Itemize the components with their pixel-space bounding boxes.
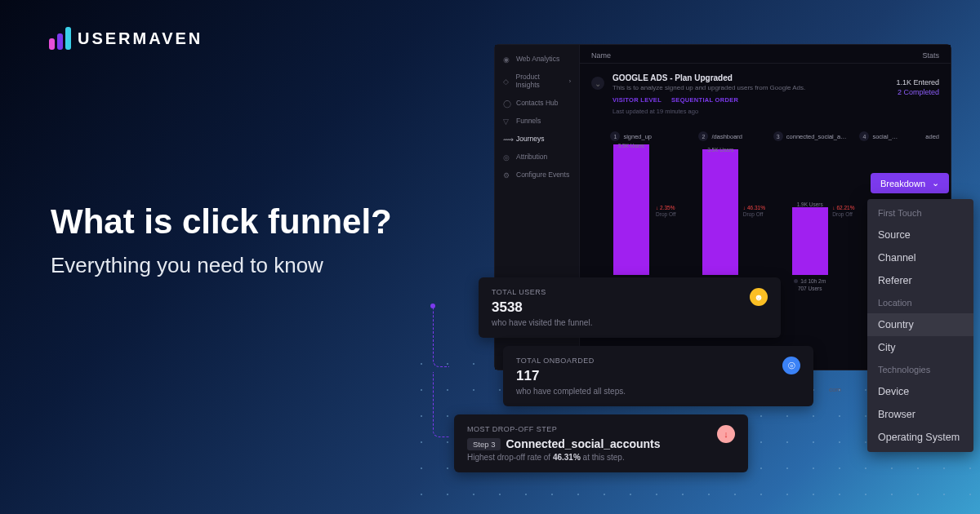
card-label: MOST DROP-OFF STEP (467, 425, 710, 433)
step-chip: Step 3 (467, 438, 501, 450)
chevron-down-icon: ⌄ (932, 178, 939, 188)
funnel-title: GOOGLE ADS - Plan Upgraded (612, 73, 888, 82)
globe-icon: ◉ (503, 55, 510, 62)
stat-entered: 1.1K Entered (896, 78, 939, 86)
col-name: Name (591, 51, 611, 60)
card-label: TOTAL USERS (492, 288, 743, 296)
collapse-button[interactable]: ⌄ (591, 77, 604, 90)
card-total-onboarded: TOTAL ONBOARDED 117 who have completed a… (503, 346, 813, 406)
funnel-desc: This is to analyze signed up and upgrade… (612, 84, 888, 91)
menu-item-channel[interactable]: Channel (867, 246, 973, 269)
logo-mark (49, 27, 71, 50)
user-icon: ◯ (503, 100, 510, 106)
sidebar-item-funnels[interactable]: ▽Funnels (495, 112, 579, 130)
card-sub: Highest drop-off rate of 46.31% at this … (467, 453, 710, 462)
menu-item-city[interactable]: City (867, 336, 973, 359)
badge-sequential-order: SEQUENTIAL ORDER (671, 96, 738, 104)
crowd-icon: ⦾ (782, 357, 800, 374)
funnel-header: ⌄ GOOGLE ADS - Plan Upgraded This is to … (580, 64, 951, 125)
badge-visitor-level: VISITOR LEVEL (612, 96, 662, 104)
card-sub: who have visited the funnel. (492, 318, 743, 327)
sidebar-item-configure-events[interactable]: ⚙Configure Events (495, 166, 579, 184)
sidebar-item-web-analytics[interactable]: ◉Web Analytics (495, 50, 579, 68)
card-label: TOTAL ONBOARDED (516, 357, 776, 365)
sidebar-item-product-insights[interactable]: ◇Product Insights› (495, 68, 579, 94)
col-stats: Stats (922, 51, 939, 60)
chevron-down-icon: ⌄ (595, 79, 601, 88)
breakdown-button[interactable]: Breakdown ⌄ (871, 173, 949, 193)
card-total-users: TOTAL USERS 3538 who have visited the fu… (479, 277, 781, 338)
bulb-icon: ◇ (503, 78, 510, 84)
chevron-right-icon: › (569, 78, 571, 84)
menu-item-source[interactable]: Source (867, 224, 973, 246)
page-title: What is click funnel? (51, 202, 392, 241)
headline-block: What is click funnel? Everything you nee… (51, 202, 392, 278)
sidebar-item-contacts-hub[interactable]: ◯Contacts Hub (495, 94, 579, 112)
menu-item-os[interactable]: Operating System (867, 426, 973, 449)
menu-item-device[interactable]: Device (867, 380, 973, 403)
drop-step-name: Connected_social_accounts (506, 437, 660, 450)
breakdown-menu: First Touch Source Channel Referer Locat… (867, 199, 973, 452)
target-icon: ◎ (503, 153, 510, 160)
menu-item-referer[interactable]: Referer (867, 269, 973, 292)
brand-logo: USERMAVEN (49, 27, 203, 50)
menu-item-country[interactable]: Country (867, 313, 973, 336)
updated-at: Last updated at 19 minutes ago (612, 108, 888, 115)
page-subtitle: Everything you need to know (51, 253, 392, 278)
table-header: Name Stats (580, 45, 951, 64)
summary-cards: TOTAL USERS 3538 who have visited the fu… (454, 277, 813, 481)
menu-item-browser[interactable]: Browser (867, 403, 973, 426)
card-most-drop-off: MOST DROP-OFF STEP Step 3 Connected_soci… (454, 414, 748, 472)
sidebar-item-journeys[interactable]: ⟿Journeys (495, 130, 579, 148)
logo-text: USERMAVEN (78, 29, 203, 48)
sidebar-item-attribution[interactable]: ◎Attribution (495, 148, 579, 166)
arrow-down-icon: ↓ (717, 425, 735, 443)
menu-header-technologies: Technologies (867, 359, 973, 380)
card-connectors (433, 305, 449, 442)
path-icon: ⟿ (503, 135, 510, 142)
gear-icon: ⚙ (503, 171, 510, 178)
stat-completed: 2 Completed (896, 88, 939, 96)
card-sub: who have completed all steps. (516, 387, 776, 396)
card-value: 117 (516, 368, 776, 384)
funnel-icon: ▽ (503, 117, 510, 124)
smile-icon: ☻ (750, 288, 768, 306)
menu-header-first-touch: First Touch (867, 202, 973, 224)
card-value: 3538 (492, 299, 743, 316)
menu-header-location: Location (867, 292, 973, 313)
